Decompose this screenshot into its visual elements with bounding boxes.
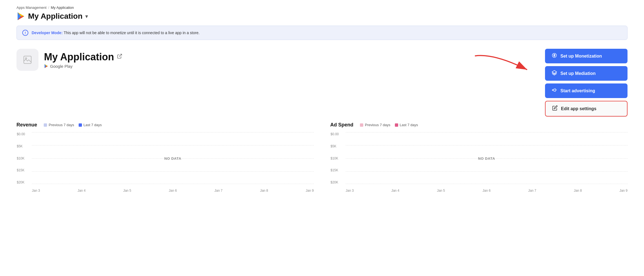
adspend-no-data: NO DATA <box>478 156 495 160</box>
y-label-15k: $15K <box>17 168 31 172</box>
y-label-10k: $10K <box>17 156 31 160</box>
info-icon: ! <box>22 30 28 36</box>
adspend-last-dot <box>395 123 398 127</box>
ad-gridline-75 <box>346 171 628 172</box>
ad-gridline-25 <box>346 145 628 145</box>
revenue-x-axis: Jan 3 Jan 4 Jan 5 Jan 6 Jan 7 Jan 8 Jan … <box>32 189 314 193</box>
ad-gridline-100 <box>346 184 628 184</box>
ad-x-jan4: Jan 4 <box>391 189 399 193</box>
adspend-last-legend: Last 7 days <box>395 123 418 127</box>
developer-mode-banner: ! Developer Mode: This app will not be a… <box>16 26 628 40</box>
app-icon <box>16 49 38 71</box>
revenue-y-axis: $20K $15K $10K $5K $0.00 <box>17 132 31 184</box>
svg-point-5 <box>26 58 27 59</box>
banner-prefix: Developer Mode: <box>32 31 63 35</box>
revenue-chart: Revenue Previous 7 days Last 7 days $20K… <box>16 122 314 193</box>
gridline-75 <box>32 171 314 172</box>
ad-y-label-5k: $5K <box>331 144 344 148</box>
revenue-no-data: NO DATA <box>164 156 181 160</box>
adspend-prev-legend: Previous 7 days <box>360 123 390 127</box>
google-play-icon <box>16 12 25 21</box>
breadcrumb-separator: / <box>48 6 49 10</box>
platform-name: Google Play <box>50 64 73 69</box>
action-buttons: Set up Monetization Set up Mediation <box>545 49 628 117</box>
x-jan3: Jan 3 <box>32 189 40 193</box>
charts-section: Revenue Previous 7 days Last 7 days $20K… <box>16 122 628 193</box>
adspend-chart-title: Ad Spend <box>330 122 353 128</box>
app-name-text: My Application <box>44 51 114 63</box>
svg-line-6 <box>119 54 122 57</box>
x-jan8: Jan 8 <box>260 189 268 193</box>
start-advertising-label: Start advertising <box>560 88 595 93</box>
ad-x-jan3: Jan 3 <box>346 189 354 193</box>
adspend-chart-body: NO DATA <box>346 132 628 184</box>
app-title-dropdown[interactable]: ▾ <box>85 13 88 20</box>
revenue-prev-label: Previous 7 days <box>49 123 74 127</box>
setup-monetization-label: Set up Monetization <box>560 54 602 59</box>
app-name-heading: My Application <box>44 51 122 63</box>
x-jan4: Jan 4 <box>78 189 86 193</box>
app-info: My Application <box>16 49 122 71</box>
revenue-last-label: Last 7 days <box>84 123 102 127</box>
app-title-row: My Application ▾ <box>16 12 628 21</box>
revenue-last-legend: Last 7 days <box>79 123 102 127</box>
revenue-chart-area: $20K $15K $10K $5K $0.00 NO DATA <box>16 132 314 193</box>
edit-app-settings-button[interactable]: Edit app settings <box>545 101 628 117</box>
gridline-25 <box>32 145 314 145</box>
ad-x-jan5: Jan 5 <box>437 189 445 193</box>
y-label-5k: $5K <box>17 144 31 148</box>
y-label-0: $0.00 <box>17 132 31 136</box>
ad-x-jan8: Jan 8 <box>574 189 582 193</box>
setup-monetization-button[interactable]: Set up Monetization <box>545 49 628 63</box>
adspend-prev-label: Previous 7 days <box>365 123 390 127</box>
app-title: My Application <box>28 12 82 21</box>
adspend-chart: Ad Spend Previous 7 days Last 7 days $20… <box>330 122 628 193</box>
x-jan7: Jan 7 <box>214 189 222 193</box>
dollar-icon <box>552 53 557 59</box>
top-section: My Application <box>16 49 628 117</box>
adspend-x-axis: Jan 3 Jan 4 Jan 5 Jan 6 Jan 7 Jan 8 Jan … <box>346 189 628 193</box>
adspend-y-axis: $20K $15K $10K $5K $0.00 <box>331 132 344 184</box>
gridline-100 <box>32 184 314 184</box>
setup-mediation-button[interactable]: Set up Mediation <box>545 66 628 81</box>
image-placeholder-icon <box>23 55 32 65</box>
adspend-chart-area: $20K $15K $10K $5K $0.00 NO DATA <box>330 132 628 193</box>
ad-gridline-top <box>346 132 628 132</box>
megaphone-icon <box>552 87 557 94</box>
gridline-top <box>32 132 314 132</box>
ad-y-label-15k: $15K <box>331 168 344 172</box>
revenue-chart-body: NO DATA <box>32 132 314 184</box>
start-advertising-button[interactable]: Start advertising <box>545 83 628 98</box>
external-link-icon[interactable] <box>117 53 122 60</box>
setup-mediation-label: Set up Mediation <box>560 71 596 76</box>
ad-y-label-20k: $20K <box>331 180 344 184</box>
adspend-legend: Previous 7 days Last 7 days <box>360 123 418 127</box>
revenue-prev-legend: Previous 7 days <box>44 123 74 127</box>
y-label-20k: $20K <box>17 180 31 184</box>
breadcrumb-current: My Application <box>51 6 74 10</box>
x-jan5: Jan 5 <box>123 189 131 193</box>
ad-x-jan6: Jan 6 <box>483 189 491 193</box>
adspend-last-label: Last 7 days <box>400 123 418 127</box>
edit-app-settings-label: Edit app settings <box>561 106 596 111</box>
revenue-chart-title: Revenue <box>16 122 37 128</box>
adspend-prev-dot <box>360 123 363 127</box>
breadcrumb: Apps Management / My Application <box>16 6 628 10</box>
ad-y-label-0: $0.00 <box>331 132 344 136</box>
ad-x-jan7: Jan 7 <box>528 189 536 193</box>
revenue-last-dot <box>79 123 82 127</box>
revenue-legend: Previous 7 days Last 7 days <box>44 123 102 127</box>
adspend-chart-header: Ad Spend Previous 7 days Last 7 days <box>330 122 628 128</box>
x-jan6: Jan 6 <box>169 189 177 193</box>
ad-x-jan9: Jan 9 <box>620 189 628 193</box>
ad-y-label-10k: $10K <box>331 156 344 160</box>
breadcrumb-parent[interactable]: Apps Management <box>16 6 46 10</box>
platform-icon <box>44 64 48 68</box>
revenue-prev-dot <box>44 123 47 127</box>
banner-message: This app will not be able to monetize un… <box>64 31 199 35</box>
revenue-chart-header: Revenue Previous 7 days Last 7 days <box>16 122 314 128</box>
app-info-text: My Application <box>44 51 122 69</box>
x-jan9: Jan 9 <box>306 189 314 193</box>
banner-text: Developer Mode: This app will not be abl… <box>32 31 200 35</box>
layers-icon <box>552 70 557 77</box>
